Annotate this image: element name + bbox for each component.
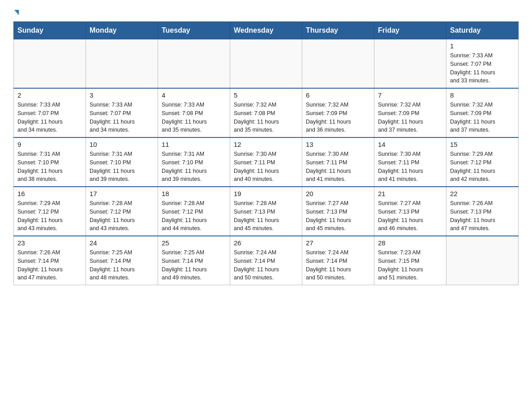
day-number: 6 bbox=[306, 91, 370, 99]
logo bbox=[13, 9, 19, 14]
day-number: 27 bbox=[306, 239, 370, 247]
calendar-cell bbox=[14, 39, 86, 89]
day-info: Sunrise: 7:32 AMSunset: 7:09 PMDaylight:… bbox=[378, 101, 442, 134]
day-number: 28 bbox=[378, 239, 442, 247]
calendar-cell: 20Sunrise: 7:27 AMSunset: 7:13 PMDayligh… bbox=[302, 187, 374, 236]
weekday-header-tuesday: Tuesday bbox=[158, 22, 230, 39]
calendar-cell: 17Sunrise: 7:28 AMSunset: 7:12 PMDayligh… bbox=[86, 187, 158, 236]
calendar-cell bbox=[446, 236, 519, 285]
calendar-cell: 25Sunrise: 7:25 AMSunset: 7:14 PMDayligh… bbox=[158, 236, 230, 285]
day-info: Sunrise: 7:29 AMSunset: 7:12 PMDaylight:… bbox=[17, 199, 82, 233]
calendar-cell: 15Sunrise: 7:29 AMSunset: 7:12 PMDayligh… bbox=[446, 137, 519, 187]
calendar-cell: 7Sunrise: 7:32 AMSunset: 7:09 PMDaylight… bbox=[374, 88, 446, 137]
day-number: 19 bbox=[234, 190, 298, 197]
day-number: 1 bbox=[450, 42, 515, 50]
day-info: Sunrise: 7:30 AMSunset: 7:11 PMDaylight:… bbox=[306, 150, 370, 184]
calendar-week-row: 2Sunrise: 7:33 AMSunset: 7:07 PMDaylight… bbox=[14, 88, 519, 137]
calendar-cell: 24Sunrise: 7:25 AMSunset: 7:14 PMDayligh… bbox=[86, 236, 158, 285]
day-info: Sunrise: 7:30 AMSunset: 7:11 PMDaylight:… bbox=[234, 150, 298, 184]
calendar-cell: 13Sunrise: 7:30 AMSunset: 7:11 PMDayligh… bbox=[302, 137, 374, 187]
day-number: 13 bbox=[306, 141, 370, 148]
day-number: 4 bbox=[162, 91, 226, 99]
calendar-week-row: 1Sunrise: 7:33 AMSunset: 7:07 PMDaylight… bbox=[14, 39, 519, 89]
day-number: 17 bbox=[90, 190, 154, 197]
day-info: Sunrise: 7:30 AMSunset: 7:11 PMDaylight:… bbox=[378, 150, 442, 184]
logo-triangle-icon bbox=[14, 10, 19, 15]
day-number: 18 bbox=[162, 190, 226, 197]
calendar-week-row: 9Sunrise: 7:31 AMSunset: 7:10 PMDaylight… bbox=[14, 137, 519, 187]
weekday-header-friday: Friday bbox=[374, 22, 446, 39]
day-number: 12 bbox=[234, 141, 298, 148]
day-number: 22 bbox=[450, 190, 515, 197]
day-info: Sunrise: 7:24 AMSunset: 7:14 PMDaylight:… bbox=[234, 248, 298, 282]
calendar-cell: 22Sunrise: 7:26 AMSunset: 7:13 PMDayligh… bbox=[446, 187, 519, 236]
day-number: 20 bbox=[306, 190, 370, 197]
calendar-cell bbox=[230, 39, 302, 89]
calendar-cell bbox=[158, 39, 230, 89]
day-info: Sunrise: 7:25 AMSunset: 7:14 PMDaylight:… bbox=[90, 248, 154, 282]
day-info: Sunrise: 7:25 AMSunset: 7:14 PMDaylight:… bbox=[162, 248, 226, 282]
day-info: Sunrise: 7:26 AMSunset: 7:14 PMDaylight:… bbox=[17, 248, 82, 282]
day-info: Sunrise: 7:32 AMSunset: 7:09 PMDaylight:… bbox=[306, 101, 370, 134]
calendar-cell: 14Sunrise: 7:30 AMSunset: 7:11 PMDayligh… bbox=[374, 137, 446, 187]
calendar-cell: 1Sunrise: 7:33 AMSunset: 7:07 PMDaylight… bbox=[446, 39, 519, 89]
weekday-header-monday: Monday bbox=[86, 22, 158, 39]
day-info: Sunrise: 7:29 AMSunset: 7:12 PMDaylight:… bbox=[450, 150, 515, 184]
weekday-header-wednesday: Wednesday bbox=[230, 22, 302, 39]
calendar-cell: 4Sunrise: 7:33 AMSunset: 7:08 PMDaylight… bbox=[158, 88, 230, 137]
day-info: Sunrise: 7:23 AMSunset: 7:15 PMDaylight:… bbox=[378, 248, 442, 282]
day-info: Sunrise: 7:27 AMSunset: 7:13 PMDaylight:… bbox=[378, 199, 442, 233]
day-number: 2 bbox=[17, 91, 82, 99]
calendar-cell: 18Sunrise: 7:28 AMSunset: 7:12 PMDayligh… bbox=[158, 187, 230, 236]
calendar-table: SundayMondayTuesdayWednesdayThursdayFrid… bbox=[13, 21, 519, 285]
calendar-cell bbox=[374, 39, 446, 89]
weekday-header-sunday: Sunday bbox=[14, 22, 86, 39]
calendar-cell: 16Sunrise: 7:29 AMSunset: 7:12 PMDayligh… bbox=[14, 187, 86, 236]
calendar-header-row: SundayMondayTuesdayWednesdayThursdayFrid… bbox=[14, 22, 519, 39]
calendar-cell bbox=[86, 39, 158, 89]
day-info: Sunrise: 7:33 AMSunset: 7:07 PMDaylight:… bbox=[17, 101, 82, 134]
day-number: 11 bbox=[162, 141, 226, 148]
weekday-header-saturday: Saturday bbox=[446, 22, 519, 39]
day-number: 21 bbox=[378, 190, 442, 197]
day-info: Sunrise: 7:33 AMSunset: 7:08 PMDaylight:… bbox=[162, 101, 226, 134]
page-header bbox=[13, 9, 519, 14]
day-number: 15 bbox=[450, 141, 515, 148]
day-number: 8 bbox=[450, 91, 515, 99]
day-number: 24 bbox=[90, 239, 154, 247]
calendar-cell: 27Sunrise: 7:24 AMSunset: 7:14 PMDayligh… bbox=[302, 236, 374, 285]
day-number: 3 bbox=[90, 91, 154, 99]
day-number: 26 bbox=[234, 239, 298, 247]
calendar-cell: 5Sunrise: 7:32 AMSunset: 7:08 PMDaylight… bbox=[230, 88, 302, 137]
calendar-cell: 21Sunrise: 7:27 AMSunset: 7:13 PMDayligh… bbox=[374, 187, 446, 236]
calendar-cell: 6Sunrise: 7:32 AMSunset: 7:09 PMDaylight… bbox=[302, 88, 374, 137]
day-info: Sunrise: 7:33 AMSunset: 7:07 PMDaylight:… bbox=[90, 101, 154, 134]
weekday-header-thursday: Thursday bbox=[302, 22, 374, 39]
day-info: Sunrise: 7:28 AMSunset: 7:12 PMDaylight:… bbox=[162, 199, 226, 233]
calendar-cell: 19Sunrise: 7:28 AMSunset: 7:13 PMDayligh… bbox=[230, 187, 302, 236]
calendar-cell: 9Sunrise: 7:31 AMSunset: 7:10 PMDaylight… bbox=[14, 137, 86, 187]
calendar-cell: 23Sunrise: 7:26 AMSunset: 7:14 PMDayligh… bbox=[14, 236, 86, 285]
day-number: 14 bbox=[378, 141, 442, 148]
calendar-cell: 12Sunrise: 7:30 AMSunset: 7:11 PMDayligh… bbox=[230, 137, 302, 187]
day-info: Sunrise: 7:32 AMSunset: 7:08 PMDaylight:… bbox=[234, 101, 298, 134]
calendar-cell: 28Sunrise: 7:23 AMSunset: 7:15 PMDayligh… bbox=[374, 236, 446, 285]
day-number: 9 bbox=[17, 141, 82, 148]
day-number: 16 bbox=[17, 190, 82, 197]
day-info: Sunrise: 7:33 AMSunset: 7:07 PMDaylight:… bbox=[450, 51, 515, 85]
day-info: Sunrise: 7:31 AMSunset: 7:10 PMDaylight:… bbox=[90, 150, 154, 184]
calendar-week-row: 16Sunrise: 7:29 AMSunset: 7:12 PMDayligh… bbox=[14, 187, 519, 236]
day-number: 23 bbox=[17, 239, 82, 247]
calendar-cell: 3Sunrise: 7:33 AMSunset: 7:07 PMDaylight… bbox=[86, 88, 158, 137]
calendar-cell bbox=[302, 39, 374, 89]
day-number: 25 bbox=[162, 239, 226, 247]
day-info: Sunrise: 7:24 AMSunset: 7:14 PMDaylight:… bbox=[306, 248, 370, 282]
day-info: Sunrise: 7:28 AMSunset: 7:13 PMDaylight:… bbox=[234, 199, 298, 233]
calendar-cell: 11Sunrise: 7:31 AMSunset: 7:10 PMDayligh… bbox=[158, 137, 230, 187]
calendar-cell: 2Sunrise: 7:33 AMSunset: 7:07 PMDaylight… bbox=[14, 88, 86, 137]
day-info: Sunrise: 7:31 AMSunset: 7:10 PMDaylight:… bbox=[17, 150, 82, 184]
day-info: Sunrise: 7:26 AMSunset: 7:13 PMDaylight:… bbox=[450, 199, 515, 233]
day-info: Sunrise: 7:27 AMSunset: 7:13 PMDaylight:… bbox=[306, 199, 370, 233]
day-number: 10 bbox=[90, 141, 154, 148]
calendar-cell: 8Sunrise: 7:32 AMSunset: 7:09 PMDaylight… bbox=[446, 88, 519, 137]
